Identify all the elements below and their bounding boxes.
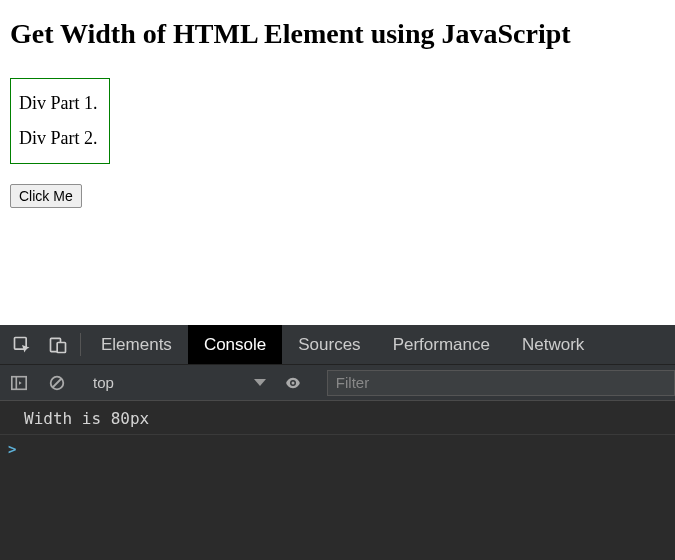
demo-div-line-2: Div Part 2.: [19, 128, 101, 149]
demo-div-line-1: Div Part 1.: [19, 93, 101, 114]
live-expression-icon[interactable]: [274, 365, 312, 400]
demo-div: Div Part 1. Div Part 2.: [10, 78, 110, 164]
tab-sources[interactable]: Sources: [282, 325, 376, 364]
console-prompt[interactable]: >: [0, 435, 675, 458]
svg-rect-2: [57, 342, 65, 352]
prompt-caret-icon: >: [8, 441, 16, 457]
execution-context-selector[interactable]: top: [85, 365, 274, 400]
execution-context-label: top: [93, 374, 114, 391]
devtools-tab-bar: Elements Console Sources Performance Net…: [0, 325, 675, 365]
device-toolbar-icon[interactable]: [40, 325, 76, 364]
console-filter-input[interactable]: [327, 370, 675, 396]
separator: [80, 333, 81, 356]
svg-line-6: [53, 378, 62, 387]
devtools-panel: Elements Console Sources Performance Net…: [0, 325, 675, 560]
tab-elements[interactable]: Elements: [85, 325, 188, 364]
console-output: Width is 80px >: [0, 401, 675, 560]
console-toolbar: top: [0, 365, 675, 401]
inspect-element-icon[interactable]: [0, 325, 40, 364]
page-title: Get Width of HTML Element using JavaScri…: [10, 18, 665, 50]
console-log-message: Width is 80px: [0, 407, 675, 435]
tab-console[interactable]: Console: [188, 325, 282, 364]
clear-console-icon[interactable]: [38, 365, 76, 400]
console-sidebar-toggle-icon[interactable]: [0, 365, 38, 400]
chevron-down-icon: [254, 379, 266, 386]
svg-point-7: [291, 381, 294, 384]
click-me-button[interactable]: Click Me: [10, 184, 82, 208]
tab-network[interactable]: Network: [506, 325, 600, 364]
tab-performance[interactable]: Performance: [377, 325, 506, 364]
